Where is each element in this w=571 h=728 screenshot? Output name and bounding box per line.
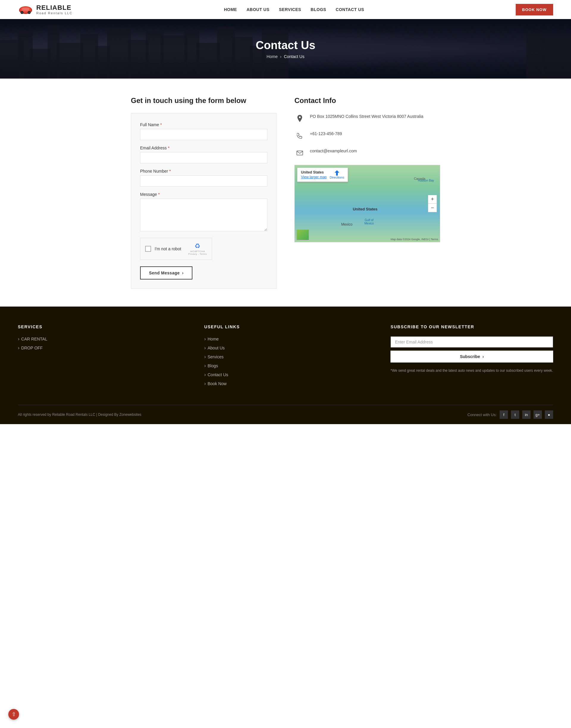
service-car-rental[interactable]: CAR RENTAL [18, 336, 181, 342]
message-label: Message * [140, 192, 267, 197]
nav-about[interactable]: ABOUT US [246, 7, 269, 12]
list-item: DROP OFF [18, 345, 181, 351]
footer-link-home[interactable]: Home [204, 336, 367, 342]
breadcrumb: Home › Contact Us [266, 54, 304, 59]
social-label: Connect with Us: [467, 413, 497, 417]
recaptcha-box[interactable]: I'm not a robot ♻ reCAPTCHA Privacy - Te… [140, 238, 212, 260]
recaptcha-policy: Privacy - Terms [188, 253, 207, 255]
subscribe-arrow-icon: › [482, 354, 484, 359]
social-twitter[interactable]: t [511, 411, 519, 419]
map-view-larger[interactable]: View larger map [301, 175, 327, 179]
map-popup-title: United States [301, 170, 324, 174]
map-directions[interactable]: Directions [330, 170, 344, 179]
list-item: Services [204, 354, 367, 360]
footer-link-book[interactable]: Book Now [204, 381, 367, 386]
map-popup: United States View larger map Directions [297, 168, 348, 182]
breadcrumb-current: Contact Us [284, 54, 304, 59]
recaptcha-label: I'm not a robot [155, 247, 181, 251]
footer-services-list: CAR RENTAL DROP OFF [18, 336, 181, 351]
page-title: Contact Us [256, 39, 316, 52]
nav-services[interactable]: SERVICES [279, 7, 301, 12]
svg-rect-2 [22, 8, 29, 11]
email-icon [295, 148, 305, 158]
map-background: United States View larger map Directions… [295, 165, 440, 242]
social-linkedin[interactable]: in [522, 411, 531, 419]
map-popup-content: United States View larger map [301, 170, 327, 179]
full-name-label: Full Name * [140, 122, 267, 127]
phone-label: Phone Number * [140, 169, 267, 174]
map-label-mexico: Mexico [341, 222, 352, 226]
map-container: United States View larger map Directions… [295, 165, 440, 242]
footer-services-col: SERVICES CAR RENTAL DROP OFF [18, 325, 181, 390]
required-marker: * [168, 146, 169, 150]
message-input[interactable] [140, 198, 267, 231]
form-heading: Get in touch using the form below [131, 96, 276, 105]
subscribe-button[interactable]: Subscribe › [390, 351, 553, 363]
map-zoom-in[interactable]: + [428, 195, 437, 203]
newsletter-email-input[interactable] [390, 336, 553, 348]
map-attribution: Map data ©2024 Google, INEGI | Terms [391, 238, 438, 241]
copyright: All rights reserved by Reliable Road Ren… [18, 413, 141, 417]
email-text: contact@exampleurl.com [310, 148, 357, 154]
email-item: contact@exampleurl.com [295, 148, 440, 158]
svg-point-5 [21, 12, 23, 13]
list-item: Book Now [204, 381, 367, 386]
contact-form-section: Get in touch using the form below Full N… [131, 96, 276, 289]
footer-bottom: All rights reserved by Reliable Road Ren… [18, 405, 553, 424]
footer-link-about[interactable]: About Us [204, 345, 367, 351]
footer-links-heading: USEFUL LINKS [204, 325, 367, 329]
main-nav: HOME ABOUT US SERVICES BLOGS CONTACT US [224, 7, 364, 12]
breadcrumb-home[interactable]: Home [266, 54, 277, 59]
nav-blogs[interactable]: BLOGS [311, 7, 326, 12]
recaptcha-checkbox[interactable] [145, 246, 151, 252]
newsletter-note: *We send great rental deals and the late… [390, 368, 553, 373]
svg-rect-7 [297, 151, 303, 155]
logo-text: RELIABLE Road Rentals LLC [36, 4, 73, 15]
address-item: PO Box 1025MNO Collins Street West Victo… [295, 113, 440, 124]
map-label-us: United States [353, 207, 377, 211]
list-item: CAR RENTAL [18, 336, 181, 342]
recaptcha-logo: ♻ reCAPTCHA Privacy - Terms [188, 242, 207, 255]
email-group: Email Address * [140, 146, 267, 163]
footer-top: SERVICES CAR RENTAL DROP OFF USEFUL LINK… [18, 325, 553, 405]
footer-links-list: Home About Us Services Blogs Contact Us … [204, 336, 367, 386]
required-marker: * [160, 122, 162, 127]
newsletter-form: Subscribe › *We send great rental deals … [390, 336, 553, 373]
nav-home[interactable]: HOME [224, 7, 237, 12]
service-drop-off[interactable]: DROP OFF [18, 345, 181, 351]
phone-text: +61-123-456-789 [310, 130, 342, 137]
map-label-gulf: Gulf ofMexico [364, 218, 374, 225]
map-zoom-out[interactable]: − [428, 203, 437, 212]
form-card: Full Name * Email Address * Phone Number… [131, 113, 276, 289]
location-icon [295, 113, 305, 124]
footer-link-contact[interactable]: Contact Us [204, 372, 367, 377]
book-now-button[interactable]: BOOK NOW [516, 4, 553, 15]
send-message-button[interactable]: Send Message › [140, 266, 193, 279]
header: RELIABLE Road Rentals LLC HOME ABOUT US … [0, 0, 571, 19]
footer: SERVICES CAR RENTAL DROP OFF USEFUL LINK… [0, 306, 571, 424]
nav-contact[interactable]: CONTACT US [336, 7, 364, 12]
phone-group: Phone Number * [140, 169, 267, 187]
map-zoom-controls: + − [428, 195, 437, 212]
phone-item: +61-123-456-789 [295, 130, 440, 141]
social-connect: Connect with Us: f t in g+ ● [467, 411, 553, 419]
logo-icon [18, 4, 33, 15]
full-name-input[interactable] [140, 129, 267, 140]
required-marker: * [169, 169, 171, 174]
list-item: Contact Us [204, 372, 367, 377]
footer-link-services[interactable]: Services [204, 354, 367, 360]
phone-input[interactable] [140, 175, 267, 187]
list-item: About Us [204, 345, 367, 351]
list-item: Blogs [204, 363, 367, 368]
recaptcha-text: reCAPTCHA [190, 250, 205, 253]
footer-links-col: USEFUL LINKS Home About Us Services Blog… [204, 325, 367, 390]
social-instagram[interactable]: ● [545, 411, 553, 419]
main-content: Get in touch using the form below Full N… [122, 96, 449, 289]
address-text: PO Box 1025MNO Collins Street West Victo… [310, 113, 424, 120]
social-googleplus[interactable]: g+ [534, 411, 542, 419]
logo[interactable]: RELIABLE Road Rentals LLC [18, 4, 73, 15]
svg-point-6 [28, 12, 30, 13]
email-input[interactable] [140, 152, 267, 163]
footer-link-blogs[interactable]: Blogs [204, 363, 367, 368]
social-facebook[interactable]: f [499, 411, 508, 419]
